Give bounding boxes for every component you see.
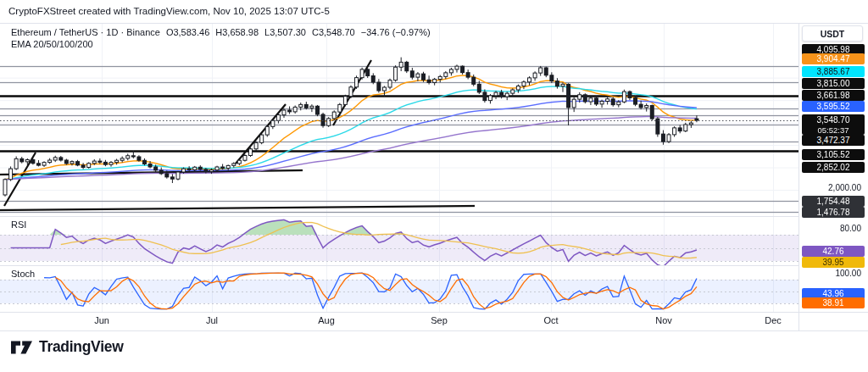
price-scale-label: 2,852.02	[802, 162, 865, 173]
ohlc-close: C3,548.70	[312, 27, 355, 37]
stoch-label[interactable]: Stoch	[11, 269, 35, 279]
price-scale-label: 3,472.37	[802, 135, 865, 146]
ohlc-high: H3,658.98	[215, 27, 259, 37]
symbol-title[interactable]: Ethereum / TetherUS · 1D · Binance	[11, 27, 160, 37]
price-scale-label: 3,815.00	[802, 78, 865, 89]
time-axis-label: Jun	[89, 315, 114, 325]
tradingview-logo-icon[interactable]	[10, 339, 33, 356]
symbol-legend: Ethereum / TetherUS · 1D · BinanceO3,583…	[11, 26, 437, 50]
price-scale-label: 3,105.52	[802, 149, 865, 160]
time-axis-label: Nov	[651, 315, 676, 325]
currency-unit-button[interactable]: USDT	[802, 25, 863, 42]
price-scale-label: 3,661.98	[802, 90, 865, 101]
price-scale-label: 2,000.00	[802, 182, 865, 193]
price-scale-label: 100.00	[802, 268, 865, 279]
time-axis-label: Oct	[538, 315, 564, 325]
time-axis-label: Dec	[760, 315, 786, 325]
time-axis-label: Sep	[426, 315, 452, 325]
ohlc-open: O3,583.46	[166, 27, 209, 37]
time-axis-label: Jul	[199, 315, 225, 325]
tradingview-logo-text[interactable]: TradingView	[39, 338, 123, 356]
attribution-bar: CryptoFXStreet created with TradingView.…	[0, 0, 868, 23]
change-value: −34.76 (−0.97%)	[361, 27, 431, 37]
credit-text: CryptoFXStreet created with TradingView.…	[8, 6, 330, 16]
countdown-timer: 05:52:37	[805, 125, 861, 135]
price-scale-label: 39.95	[802, 257, 865, 268]
price-scale-label: 1,754.48	[802, 196, 865, 207]
price-scale-label: 3,548.7005:52:37	[802, 114, 865, 135]
rsi-label[interactable]: RSI	[11, 219, 26, 230]
ema-legend[interactable]: EMA 20/50/100/200	[11, 38, 437, 50]
price-scale-label: 3,904.47	[802, 53, 865, 64]
ohlc-low: L3,507.30	[264, 27, 306, 37]
tradingview-chart-screenshot: CryptoFXStreet created with TradingView.…	[0, 0, 868, 372]
price-scale-label: 80.00	[802, 223, 865, 234]
time-axis-label: Aug	[314, 315, 339, 325]
price-scale-label: 42.76	[802, 246, 865, 257]
tradingview-footer: TradingView	[10, 338, 123, 356]
price-scale-label: 38.91	[802, 297, 865, 308]
price-scale-label: 3,595.52	[802, 101, 865, 112]
price-scale-label: 1,476.78	[802, 207, 865, 218]
price-scale-label: 3,885.67	[802, 66, 865, 77]
